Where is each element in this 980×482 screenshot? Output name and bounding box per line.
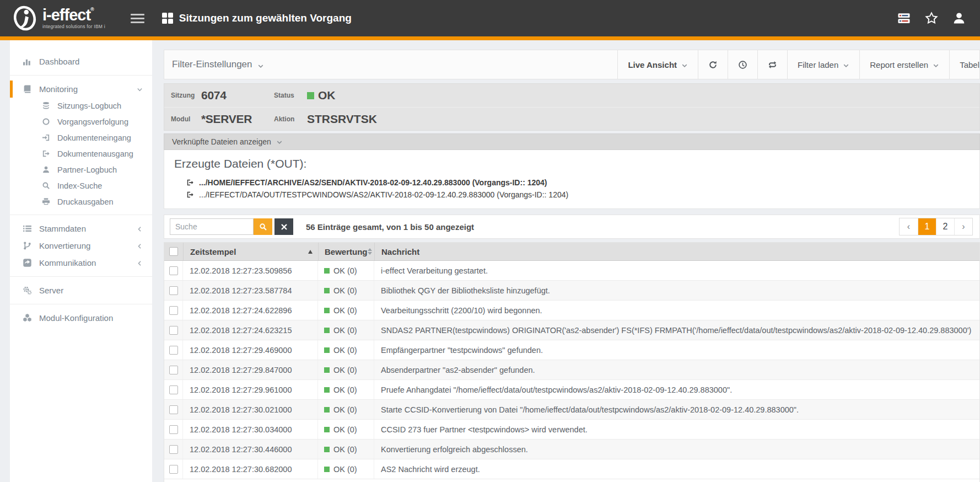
column-header-zeitstempel[interactable]: Zeitstempel (183, 243, 318, 260)
status-ok-square-icon (324, 427, 330, 432)
live-view-button[interactable]: Live Ansicht (617, 50, 698, 79)
linked-files-toggle[interactable]: Verknüpfte Dateien anzeigen (164, 133, 980, 150)
search-button[interactable] (254, 218, 272, 235)
filter-load-button[interactable]: Filter laden (787, 50, 859, 79)
table-button[interactable]: Tabel (949, 50, 979, 79)
column-header-nachricht[interactable]: Nachricht (374, 243, 979, 260)
chevron-down-icon (276, 138, 283, 145)
printer-icon (41, 197, 51, 206)
row-rating: OK (0) (318, 420, 374, 439)
row-checkbox[interactable] (169, 346, 178, 355)
sidebar-item-stammdaten[interactable]: Stammdaten (10, 220, 152, 237)
row-checkbox[interactable] (169, 286, 178, 295)
report-create-button[interactable]: Report erstellen (859, 50, 949, 79)
sidebar-item-modul-konfiguration[interactable]: Modul-Konfiguration (10, 309, 152, 326)
user-account-icon[interactable] (952, 12, 966, 25)
grid-icon (162, 13, 173, 24)
row-checkbox[interactable] (169, 465, 178, 474)
export-icon (186, 179, 194, 186)
sign-in-icon (41, 133, 51, 142)
database-icon (41, 101, 51, 110)
chevron-left-icon (136, 259, 143, 266)
favorites-star-icon[interactable] (925, 12, 938, 25)
row-check-cell (164, 420, 183, 439)
schedule-button[interactable] (728, 50, 757, 79)
file-link[interactable]: .../IEFFECT/DATA/OUT/TESTPCWINDOWS/AS2/A… (186, 189, 979, 201)
select-all-checkbox[interactable] (169, 247, 178, 256)
sort-both-icon[interactable] (368, 248, 372, 255)
sidebar-item-konvertierung[interactable]: Konvertierung (10, 237, 152, 254)
sidebar-item-kommunikation[interactable]: Kommunikation (10, 254, 152, 271)
table-row[interactable]: 12.02.2018 12:27:23.509856OK (0)i-effect… (164, 261, 979, 281)
sidebar-item-dokumentenausgang[interactable]: Dokumentenausgang (10, 146, 152, 162)
clear-search-button[interactable] (274, 218, 293, 235)
sidebar-item-server[interactable]: Server (10, 282, 152, 299)
table-row[interactable]: 12.02.2018 12:27:29.847000OK (0)Absender… (164, 360, 979, 380)
list-view-flag-icon[interactable] (897, 12, 911, 25)
bar-chart-icon (22, 57, 33, 66)
row-message: Empfängerpartner "testpcwindows" gefunde… (374, 340, 979, 360)
row-rating: OK (0) (318, 360, 374, 379)
table-row[interactable]: 12.02.2018 12:27:24.623215OK (0)SNDAS2 P… (164, 320, 979, 340)
table-row[interactable]: 12.02.2018 12:27:24.622896OK (0)Vearbeit… (164, 301, 979, 320)
page-1-button[interactable]: 1 (918, 218, 936, 235)
sidebar-item-label: Vorgangsverfolgung (57, 117, 128, 126)
row-check-cell (164, 380, 183, 399)
row-checkbox[interactable] (169, 266, 178, 275)
sidebar-item-vorgangsverfolgung[interactable]: Vorgangsverfolgung (10, 114, 152, 130)
sidebar-item-partner-logbuch[interactable]: Partner-Logbuch (10, 162, 152, 178)
sidebar-item-index-suche[interactable]: Index-Suche (10, 178, 152, 194)
column-header-bewertung[interactable]: Bewertung (318, 243, 374, 260)
sort-ascending-icon[interactable] (308, 250, 313, 254)
chevron-down-icon (257, 61, 264, 68)
row-timestamp: 12.02.2018 12:27:30.021000 (183, 400, 318, 419)
status-ok-square-icon (324, 407, 330, 413)
sidebar-item-monitoring[interactable]: Monitoring (10, 81, 152, 98)
chevron-down-icon (136, 85, 143, 93)
status-ok-square-icon (324, 347, 330, 353)
search-input[interactable] (170, 218, 254, 235)
row-checkbox[interactable] (169, 385, 178, 394)
table-row[interactable]: 12.02.2018 12:27:30.034000OK (0)CCSID 27… (164, 420, 979, 440)
table-row[interactable]: 12.02.2018 12:27:23.587784OK (0)Biblioth… (164, 281, 979, 301)
row-checkbox[interactable] (169, 306, 178, 315)
repeat-button[interactable] (757, 50, 787, 79)
sidebar-item-dashboard[interactable]: Dashboard (10, 53, 152, 70)
table-row[interactable]: 12.02.2018 12:27:29.961000OK (0)Pruefe A… (164, 380, 979, 400)
row-timestamp: 12.02.2018 12:27:30.446000 (183, 440, 318, 459)
row-checkbox[interactable] (169, 326, 178, 335)
pagination: ‹ 1 2 › (899, 218, 973, 235)
row-checkbox[interactable] (169, 366, 178, 374)
row-rating: OK (0) (318, 459, 374, 479)
row-checkbox[interactable] (169, 405, 178, 414)
gears-icon (22, 286, 33, 295)
sidebar-item-dokumenteneingang[interactable]: Dokumenteneingang (10, 130, 152, 146)
row-check-cell (164, 360, 183, 379)
sidebar-item-sitzungs-logbuch[interactable]: Sitzungs-Logbuch (10, 98, 152, 114)
file-link[interactable]: .../HOME/IEFFECT/ARCHIVE/AS2/SEND/AKTIV-… (186, 176, 979, 189)
sidebar-item-label: Kommunikation (39, 258, 96, 267)
row-message: Konvertierung erfolgreich abgeschlossen. (374, 440, 979, 459)
table-row[interactable]: 12.02.2018 12:27:30.021000OK (0)Starte C… (164, 400, 979, 420)
row-rating: OK (0) (318, 400, 374, 419)
app-logo[interactable]: i-effect® integrated solutions for IBM i (12, 4, 105, 32)
status-ok-square-icon (324, 308, 330, 313)
menu-toggle-icon[interactable] (131, 14, 144, 23)
row-checkbox[interactable] (169, 445, 178, 454)
search-bar: 56 Einträge gesamt, von 1 bis 50 angezei… (164, 215, 980, 239)
prev-page-button[interactable]: ‹ (900, 218, 918, 235)
table-row[interactable]: 12.02.2018 12:27:29.469000OK (0)Empfänge… (164, 340, 979, 360)
row-checkbox[interactable] (169, 425, 178, 434)
table-row[interactable]: 12.02.2018 12:27:30.682000OK (0)AS2 Nach… (164, 459, 979, 479)
generated-files-panel: Erzeugte Dateien (*OUT): .../HOME/IEFFEC… (164, 150, 980, 209)
entries-summary: 56 Einträge gesamt, von 1 bis 50 angezei… (306, 222, 474, 232)
refresh-button[interactable] (698, 50, 728, 79)
next-page-button[interactable]: › (954, 218, 972, 235)
sidebar-item-druckausgaben[interactable]: Druckausgaben (10, 194, 152, 210)
table-row[interactable]: 12.02.2018 12:27:30.446000OK (0)Konverti… (164, 440, 979, 459)
filter-settings-toggle[interactable]: Filter-Einstellungen (172, 50, 264, 79)
session-number: 6074 (201, 89, 274, 102)
row-message: Bibliothek QGY der Bibliotheksliste hinz… (374, 281, 979, 300)
page-title: Sitzungen zum gewählten Vorgang (179, 12, 352, 24)
page-2-button[interactable]: 2 (936, 218, 954, 235)
